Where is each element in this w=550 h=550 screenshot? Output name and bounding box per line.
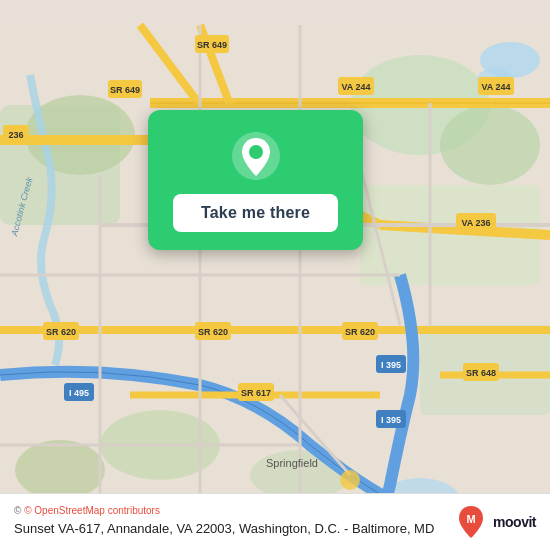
svg-text:I 495: I 495 [69,388,89,398]
svg-text:M: M [467,513,476,525]
svg-text:I 395: I 395 [381,415,401,425]
svg-text:VA 236: VA 236 [461,218,490,228]
moovit-logo: M moovit [453,504,536,540]
svg-point-62 [340,470,360,490]
svg-text:236: 236 [8,130,23,140]
moovit-icon: M [453,504,489,540]
svg-text:SR 620: SR 620 [198,327,228,337]
svg-text:SR 620: SR 620 [345,327,375,337]
location-pin-icon [230,130,282,182]
svg-text:SR 649: SR 649 [110,85,140,95]
svg-point-7 [15,440,105,500]
take-me-there-button[interactable]: Take me there [173,194,338,232]
map-container: Accotink Creek [0,0,550,550]
location-text: Sunset VA-617, Annandale, VA 22003, Wash… [14,520,443,538]
svg-point-2 [440,105,540,185]
svg-text:VA 244: VA 244 [481,82,510,92]
bottom-bar: © © OpenStreetMap contributors Sunset VA… [0,493,550,550]
bottom-info: © © OpenStreetMap contributors Sunset VA… [14,505,443,538]
svg-text:SR 648: SR 648 [466,368,496,378]
map-attribution: © © OpenStreetMap contributors [14,505,443,516]
svg-text:Springfield: Springfield [266,457,318,469]
svg-text:I 395: I 395 [381,360,401,370]
svg-text:SR 617: SR 617 [241,388,271,398]
svg-point-64 [249,145,263,159]
svg-text:SR 620: SR 620 [46,327,76,337]
svg-text:SR 649: SR 649 [197,40,227,50]
moovit-brand-text: moovit [493,514,536,530]
map-background: Accotink Creek [0,0,550,550]
openstreetmap-link[interactable]: © OpenStreetMap contributors [24,505,160,516]
location-card: Take me there [148,110,363,250]
svg-text:VA 244: VA 244 [341,82,370,92]
copyright-symbol: © [14,505,21,516]
